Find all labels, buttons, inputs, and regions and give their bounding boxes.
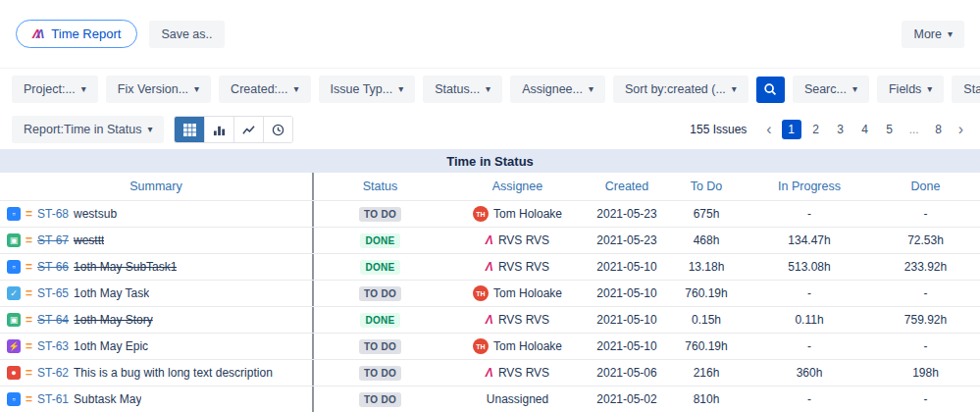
time-report-button[interactable]: Λ Λ Time Report [16, 20, 137, 48]
page-button-8[interactable]: 8 [929, 120, 949, 139]
todo-hours: 760.19h [665, 281, 748, 306]
issue-key-link[interactable]: ST-61 [37, 392, 69, 406]
summary-cell: ✓ = ST-65 1oth May Task [0, 281, 314, 306]
sort-by-dropdown[interactable]: Sort by:created (... ▾ [613, 76, 748, 103]
report-title: Time in Status [446, 154, 534, 169]
column-header-in-progress[interactable]: In Progress [748, 173, 871, 200]
assignee-avatar: Λ [486, 233, 493, 247]
assignee-avatar: Λ [486, 260, 493, 274]
bar-chart-view-button[interactable] [204, 117, 233, 142]
issue-key-link[interactable]: ST-63 [37, 339, 69, 353]
chevron-down-icon: ▾ [732, 84, 737, 94]
status-cell: TO DO [314, 281, 446, 306]
status-cell: DONE [314, 307, 446, 333]
summary-cell: ▣ = ST-67 westtt [0, 228, 314, 253]
report-type-dropdown[interactable]: Report:Time in Status ▾ [12, 116, 164, 143]
in-progress-hours: 0.11h [748, 307, 871, 333]
page-button-2[interactable]: 2 [806, 120, 826, 139]
filter-issue-type-dropdown[interactable]: Issue Typ... ▾ [319, 76, 416, 103]
issue-key-link[interactable]: ST-68 [37, 207, 69, 221]
column-header-status[interactable]: Status [314, 173, 446, 200]
status-badge: DONE [360, 233, 399, 248]
filter-status-dropdown[interactable]: Status... ▾ [423, 76, 502, 103]
done-hours: 72.53h [871, 228, 980, 253]
time-view-button[interactable] [263, 117, 292, 142]
priority-medium-icon: = [26, 260, 32, 274]
search-button[interactable] [756, 77, 785, 103]
created-value: 2021-05-06 [589, 360, 665, 386]
column-header-summary[interactable]: Summary [0, 173, 314, 200]
filter-created-dropdown[interactable]: Created:... ▾ [219, 76, 310, 103]
filter-project-dropdown[interactable]: Project:... ▾ [12, 76, 98, 103]
chevron-down-icon: ▾ [398, 84, 403, 94]
column-header-done[interactable]: Done [871, 173, 980, 200]
page-button-3[interactable]: 3 [831, 120, 851, 139]
column-header-created[interactable]: Created [589, 173, 665, 200]
issue-summary: westtt [74, 233, 104, 247]
created-value: 2021-05-02 [589, 386, 665, 412]
done-hours: - [871, 386, 980, 412]
column-header-assignee[interactable]: Assignee [446, 173, 589, 200]
chevron-down-icon: ▾ [589, 84, 593, 94]
more-button[interactable]: More ▾ [902, 21, 964, 48]
priority-medium-icon: = [26, 313, 32, 327]
filter-bar: Project:... ▾ Fix Version... ▾ Created:.… [0, 69, 980, 110]
filter-label: Sort by:created (... [625, 82, 726, 96]
table-row: ▣ = ST-64 1oth May Story DONE Λ RVS RVS … [0, 306, 980, 333]
assignee-name: Tom Holoake [493, 339, 562, 353]
page-button-1[interactable]: 1 [782, 120, 801, 139]
report-bar: Report:Time in Status ▾ 155 [0, 110, 980, 149]
assignee-cell: Unassigned [446, 386, 589, 412]
filter-assignee-dropdown[interactable]: Assignee... ▾ [510, 76, 605, 103]
issue-summary: westsub [74, 207, 117, 221]
statuses-dropdown[interactable]: Statuses ▾ [952, 76, 980, 103]
search-text-dropdown[interactable]: Searc... ▾ [793, 76, 869, 103]
table-grid-icon [183, 124, 196, 136]
issue-key-link[interactable]: ST-67 [37, 233, 69, 247]
issue-type-icon: ▫ [7, 260, 21, 274]
status-cell: TO DO [314, 360, 446, 386]
fields-dropdown[interactable]: Fields ▾ [877, 76, 944, 103]
filter-label: Fix Version... [118, 82, 188, 96]
page-button-5[interactable]: 5 [880, 120, 900, 139]
todo-hours: 675h [665, 201, 748, 227]
search-icon [763, 82, 777, 96]
save-as-button[interactable]: Save as.. [149, 21, 224, 48]
chevron-down-icon: ▾ [486, 84, 490, 94]
issue-summary: 1oth May SubTask1 [74, 260, 177, 274]
table-row: ▫ = ST-66 1oth May SubTask1 DONE Λ RVS R… [0, 253, 980, 280]
issue-key-link[interactable]: ST-62 [37, 366, 69, 380]
assignee-name: Tom Holoake [493, 286, 562, 300]
priority-medium-icon: = [26, 207, 32, 221]
summary-cell: ▫ = ST-68 westsub [0, 201, 314, 227]
todo-hours: 13.18h [665, 254, 748, 280]
issue-key-link[interactable]: ST-66 [37, 260, 69, 274]
assignee-avatar: TH [473, 285, 489, 301]
summary-cell: ▫ = ST-66 1oth May SubTask1 [0, 254, 314, 280]
line-chart-view-button[interactable] [233, 117, 263, 142]
issue-key-link[interactable]: ST-64 [37, 313, 69, 327]
status-badge: TO DO [359, 392, 401, 407]
next-page-icon[interactable]: › [954, 122, 968, 137]
in-progress-hours: 360h [748, 360, 871, 386]
chevron-down-icon: ▾ [194, 84, 199, 94]
status-badge: TO DO [359, 286, 401, 301]
table-view-button[interactable] [175, 117, 204, 142]
filter-label: Status... [435, 82, 480, 96]
chevron-down-icon: ▾ [927, 84, 932, 94]
todo-hours: 216h [665, 360, 748, 386]
in-progress-hours: 513.08h [748, 254, 871, 280]
assignee-cell: TH Tom Holoake [446, 201, 589, 227]
issue-key-link[interactable]: ST-65 [37, 286, 69, 300]
todo-hours: 810h [665, 386, 748, 412]
in-progress-hours: - [748, 201, 871, 227]
assignee-cell: Λ RVS RVS [446, 254, 589, 280]
done-hours: 233.92h [871, 254, 980, 280]
prev-page-icon[interactable]: ‹ [761, 122, 776, 137]
filter-label: Searc... [804, 82, 847, 96]
page-button-4[interactable]: 4 [855, 120, 875, 139]
column-header-todo[interactable]: To Do [665, 173, 748, 200]
filter-fix-version-dropdown[interactable]: Fix Version... ▾ [106, 76, 211, 103]
assignee-cell: Λ RVS RVS [446, 360, 589, 386]
issue-type-icon: ✓ [7, 286, 21, 300]
